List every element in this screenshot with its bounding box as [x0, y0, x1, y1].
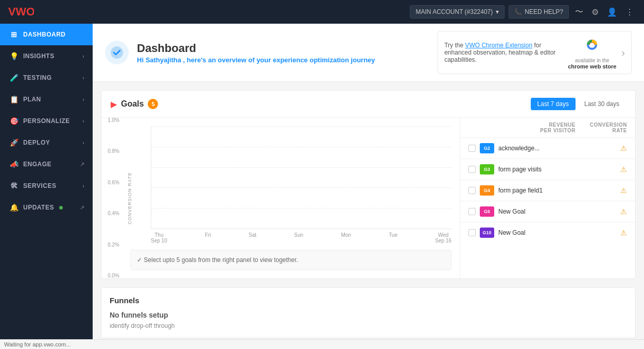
chrome-ext-text: Try the VWO Chrome Extension for enhance… — [444, 42, 563, 63]
goal-checkbox[interactable] — [468, 208, 476, 215]
warning-icon: ⚠ — [620, 229, 627, 237]
grid-line — [151, 187, 451, 188]
goal-row: G3 form page visits ⚠ — [460, 159, 635, 180]
goal-name: form page field1 — [498, 187, 616, 194]
revenue-col-header: REVENUE PER VISITOR — [534, 122, 576, 133]
plan-icon: 📋 — [10, 95, 18, 103]
sidebar-item-label: INSIGHTS — [23, 53, 55, 60]
funnels-description: identify drop-off through — [110, 322, 627, 329]
sidebar-item-engage[interactable]: 📣 ENGAGE ↗ — [0, 153, 93, 175]
goal-checkbox[interactable] — [468, 187, 476, 194]
subtitle-prefix: Hi — [137, 56, 146, 64]
sidebar-item-label: DASHBOARD — [23, 31, 66, 38]
dashboard-header: Dashboard Hi Sathyajitha , here's an ove… — [93, 24, 644, 82]
warning-icon: ⚠ — [620, 165, 627, 173]
top-header: VWO MAIN ACCOUNT (#322407) ▾ 📞 NEED HELP… — [0, 0, 644, 24]
x-tick-fri: Fri — [205, 232, 211, 243]
chrome-extension-banner[interactable]: Try the VWO Chrome Extension for enhance… — [438, 31, 632, 74]
account-button[interactable]: MAIN ACCOUNT (#322407) ▾ — [410, 5, 504, 19]
dashboard-title-area: Dashboard Hi Sathyajitha , here's an ove… — [105, 41, 375, 64]
svg-text:VWO: VWO — [8, 5, 34, 18]
conversion-col-header: CONVERSION RATE — [586, 122, 627, 133]
goal-name: New Goal — [498, 229, 616, 236]
funnels-section: Funnels No funnels setup identify drop-o… — [101, 287, 636, 338]
goals-header: ▶ Goals 5 Last 7 days Last 30 days — [101, 91, 635, 118]
sidebar-item-personalize[interactable]: 🎯 PERSONALIZE › — [0, 110, 93, 132]
testing-icon: 🧪 — [10, 74, 18, 82]
need-help-button[interactable]: 📞 NEED HELP? — [509, 5, 569, 19]
sidebar-item-insights[interactable]: 💡 INSIGHTS › — [0, 45, 93, 67]
goal-tag-g2: G2 — [480, 143, 494, 153]
goal-tag-g5: G5 — [480, 206, 494, 217]
grid-line — [151, 208, 451, 208]
y-ticks: 1.0% 0.8% 0.6% 0.4% 0.2% 0.0% — [101, 118, 119, 278]
goal-checkbox[interactable] — [468, 145, 476, 152]
hint-text: ✓ Select upto 5 goals from the right pan… — [137, 256, 298, 264]
goal-tag-g10: G10 — [480, 228, 494, 238]
svg-point-1 — [111, 46, 123, 59]
y-tick: 0.8% — [101, 149, 119, 154]
dashboard-icon-circle — [105, 41, 129, 64]
x-tick-tue: Tue — [389, 232, 397, 243]
sidebar-item-testing[interactable]: 🧪 TESTING › — [0, 67, 93, 89]
last-30-days-button[interactable]: Last 30 days — [578, 98, 626, 110]
goal-checkbox[interactable] — [468, 166, 476, 173]
goal-checkbox[interactable] — [468, 229, 476, 236]
x-tick-wed: Wed Sep 16 — [435, 232, 451, 243]
sidebar-item-plan[interactable]: 📋 PLAN › — [0, 89, 93, 110]
need-help-label: NEED HELP? — [525, 8, 563, 15]
store-label: chrome web store — [568, 63, 616, 69]
chart-hint: ✓ Select upto 5 goals from the right pan… — [130, 250, 451, 270]
subtitle-suffix: , here's an overview of your experience … — [181, 56, 375, 64]
banner-arrow-icon: › — [621, 47, 625, 59]
goal-row: G2 acknowledge... ⚠ — [460, 137, 635, 159]
username: Sathyajitha — [146, 56, 181, 64]
goals-title: Goals — [121, 99, 144, 109]
account-dropdown-icon: ▾ — [496, 8, 499, 15]
goal-tag-g4: G4 — [480, 185, 494, 196]
chevron-right-icon: › — [82, 118, 84, 124]
sidebar-item-deploy[interactable]: 🚀 DEPLOY › — [0, 132, 93, 153]
x-tick-thu: Thu Sep 10 — [151, 232, 167, 243]
goals-list-header: REVENUE PER VISITOR CONVERSION RATE — [460, 118, 635, 137]
insights-icon: 💡 — [10, 52, 18, 60]
warning-icon: ⚠ — [620, 144, 627, 152]
pulse-icon-button[interactable]: 〜 — [573, 5, 585, 20]
sidebar-item-label: PLAN — [23, 96, 41, 103]
last-7-days-button[interactable]: Last 7 days — [531, 98, 576, 110]
chevron-right-icon: › — [82, 54, 84, 59]
sidebar-item-updates[interactable]: 🔔 UPDATES ↗ — [0, 197, 93, 218]
engage-icon: 📣 — [10, 160, 18, 168]
chrome-extension-link[interactable]: VWO Chrome Extension — [465, 42, 532, 49]
goal-name: acknowledge... — [498, 145, 616, 152]
more-icon-button[interactable]: ⋮ — [623, 5, 636, 19]
deploy-icon: 🚀 — [10, 138, 18, 147]
services-icon: 🛠 — [10, 182, 18, 190]
grid-line — [151, 147, 451, 147]
updates-dot-badge — [59, 206, 63, 210]
sidebar-item-dashboard[interactable]: ⊞ DASHBOARD — [0, 24, 93, 45]
chart-plot — [151, 126, 451, 229]
grid-line — [151, 126, 451, 127]
chart-area: CONVERSION RATE 1.0% 0.8% 0.6% 0.4% 0.2%… — [101, 118, 460, 278]
chrome-logo-svg — [583, 36, 601, 54]
sidebar-item-label: DEPLOY — [23, 139, 50, 146]
goal-row: G5 New Goal ⚠ — [460, 201, 635, 222]
sidebar-item-label: TESTING — [23, 74, 52, 81]
settings-icon-button[interactable]: ⚙ — [589, 5, 601, 19]
funnels-title: Funnels — [110, 296, 627, 305]
sidebar-item-label: ENGAGE — [23, 161, 51, 168]
goals-section: ▶ Goals 5 Last 7 days Last 30 days CONVE… — [101, 90, 636, 279]
personalize-icon: 🎯 — [10, 117, 18, 125]
chart-with-yticks: 1.0% 0.8% 0.6% 0.4% 0.2% 0.0% — [130, 126, 451, 229]
page-title: Dashboard — [137, 42, 375, 55]
vwo-logo-svg: VWO — [8, 5, 34, 19]
chevron-right-icon: › — [82, 75, 84, 81]
goal-row: G4 form page field1 ⚠ — [460, 180, 635, 201]
no-funnels-label: No funnels setup — [110, 311, 627, 319]
sidebar: ⊞ DASHBOARD 💡 INSIGHTS › 🧪 TESTING › 📋 P… — [0, 24, 93, 339]
user-icon-button[interactable]: 👤 — [605, 5, 619, 19]
status-text: Waiting for app.vwo.com... — [4, 341, 71, 347]
available-label: available in the — [575, 58, 610, 63]
sidebar-item-services[interactable]: 🛠 SERVICES › — [0, 175, 93, 197]
